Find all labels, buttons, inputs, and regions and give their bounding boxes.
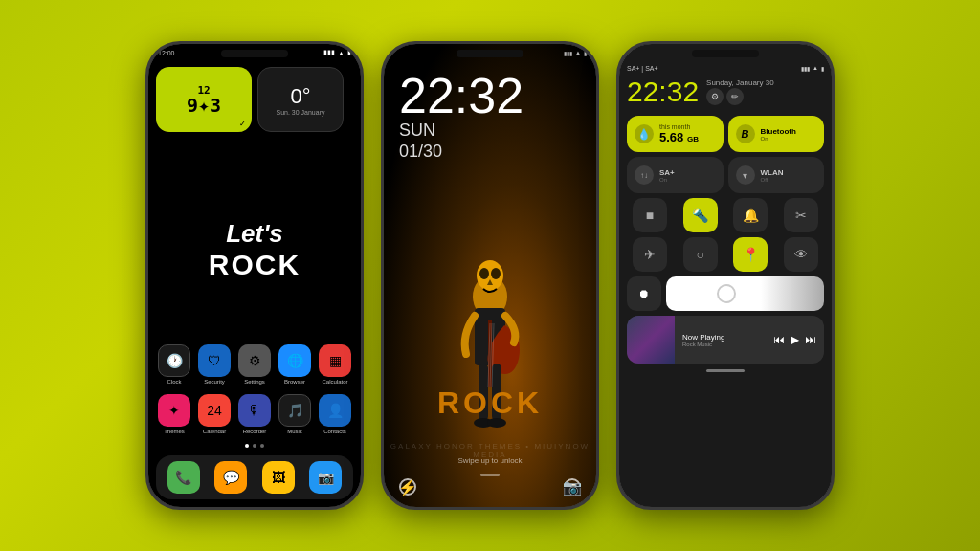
themes-icon: ✦ bbox=[158, 394, 190, 427]
signal-bars: ▮▮▮ bbox=[801, 65, 810, 72]
media-title: Now Playing bbox=[682, 333, 766, 342]
recorder-icon: 🎙 bbox=[238, 394, 271, 427]
edit-shortcut[interactable]: ✏ bbox=[726, 88, 744, 105]
music-icon: 🎵 bbox=[278, 394, 311, 427]
calendar-label: Calendar bbox=[203, 429, 226, 434]
album-art bbox=[627, 316, 675, 364]
right-wing: 🕊 bbox=[283, 199, 301, 219]
cc-buttons-row1: ■ 🔦 🔔 ✂ bbox=[627, 198, 824, 232]
cc-date-icons: Sunday, January 30 ⚙ ✏ bbox=[706, 78, 774, 105]
play-btn[interactable]: ▶ bbox=[791, 333, 799, 346]
app-grid-row2: ✦ Themes 24 Calendar 🎙 Recorder 🎵 Music … bbox=[156, 394, 353, 434]
svg-point-3 bbox=[491, 268, 501, 279]
media-player[interactable]: Now Playing Rock Music ⏮ ▶ ⏭ bbox=[627, 316, 824, 364]
phone-home: 12:00 ▮▮▮ ▲ ▮ 12 9✦3 ✓ 0° Sun. 30 bbox=[145, 41, 364, 510]
wifi-icon-cc: ▲ bbox=[813, 65, 818, 72]
cc-bottom-row: ⏺ bbox=[627, 276, 824, 311]
bt-info: Bluetooth On bbox=[761, 127, 796, 142]
data-icon: 💧 bbox=[635, 124, 654, 143]
svg-point-2 bbox=[479, 268, 489, 279]
data-month-label: this month bbox=[659, 123, 699, 130]
app-clock[interactable]: 🕐 Clock bbox=[156, 344, 192, 385]
lock-status-icons: ▮▮▮ ▲ ▮ bbox=[564, 50, 587, 56]
alarm-btn[interactable]: 🔔 bbox=[733, 198, 768, 232]
rock-text-label: ROCK bbox=[437, 386, 543, 421]
bluetooth-tile[interactable]: B Bluetooth On bbox=[728, 116, 825, 152]
record-btn[interactable]: ⏺ bbox=[627, 276, 661, 311]
cc-buttons-row2: ✈ ○ 📍 👁 bbox=[627, 237, 824, 272]
gallery-icon: 🖼 bbox=[262, 461, 295, 494]
sa-tile[interactable]: ↑↓ SA+ On bbox=[627, 157, 724, 193]
brightness-slider[interactable] bbox=[666, 276, 824, 311]
swipe-hint: Swipe up to unlock bbox=[457, 456, 522, 465]
browser-icon: 🌐 bbox=[278, 344, 311, 377]
app-settings[interactable]: ⚙ Settings bbox=[236, 344, 273, 385]
browser-label: Browser bbox=[284, 379, 305, 385]
settings-shortcut[interactable]: ⚙ bbox=[706, 88, 724, 105]
control-screen: SA+ | SA+ ▮▮▮ ▲ ▮ 22:32 Sunday, January … bbox=[619, 44, 832, 507]
dock-camera[interactable]: 📷 bbox=[304, 461, 348, 494]
lock-wifi: ▲ bbox=[575, 50, 581, 55]
settings-label: Settings bbox=[244, 379, 265, 385]
app-calculator[interactable]: ▦ Calculator bbox=[317, 344, 353, 385]
lets-rock-banner: 🕊 🕊 Let's ROCK bbox=[156, 140, 353, 344]
wlan-icon: ▾ bbox=[736, 165, 755, 185]
media-info: Now Playing Rock Music bbox=[675, 329, 773, 351]
cc-tiles: 💧 this month 5.68 GB B Bluetooth On bbox=[627, 116, 824, 193]
app-music[interactable]: 🎵 Music bbox=[277, 394, 313, 434]
phone-icon: 📞 bbox=[167, 461, 200, 494]
camera-icon: 📷 bbox=[309, 461, 342, 494]
screen-record-btn[interactable]: ■ bbox=[633, 198, 667, 232]
lock-time: 22:32 bbox=[399, 71, 581, 121]
control-content: SA+ | SA+ ▮▮▮ ▲ ▮ 22:32 Sunday, January … bbox=[619, 44, 832, 507]
sa-icon: ↑↓ bbox=[635, 165, 654, 185]
security-label: Security bbox=[204, 379, 225, 385]
app-contacts[interactable]: 👤 Contacts bbox=[317, 394, 353, 434]
dot-3 bbox=[260, 444, 264, 448]
circle-btn[interactable]: ○ bbox=[683, 237, 718, 272]
weather-date: Sun. 30 January bbox=[277, 109, 325, 116]
weather-widget[interactable]: 0° Sun. 30 January bbox=[257, 67, 344, 132]
flashlight-btn[interactable]: 🔦 bbox=[683, 198, 718, 232]
wings-decoration: 🕊 🕊 bbox=[209, 199, 301, 219]
app-security[interactable]: 🛡 Security bbox=[196, 344, 233, 385]
next-btn[interactable]: ⏭ bbox=[805, 333, 816, 346]
dock-gallery[interactable]: 🖼 bbox=[256, 461, 301, 494]
scissors-btn[interactable]: ✂ bbox=[784, 198, 818, 232]
signal-icon: ▮▮▮ bbox=[323, 49, 335, 56]
lock-day: SUN bbox=[399, 121, 581, 142]
torch-button[interactable]: ⚡ bbox=[399, 478, 416, 496]
calculator-label: Calculator bbox=[322, 379, 347, 385]
camera-shortcut[interactable]: 📷 bbox=[564, 478, 581, 496]
dot-2 bbox=[253, 444, 256, 448]
media-artist: Rock Music bbox=[682, 342, 766, 347]
themes-label: Themes bbox=[164, 429, 185, 434]
app-calendar[interactable]: 24 Calendar bbox=[196, 394, 233, 434]
app-browser[interactable]: 🌐 Browser bbox=[277, 344, 313, 385]
airplane-btn[interactable]: ✈ bbox=[633, 237, 667, 272]
cc-date: Sunday, January 30 bbox=[706, 78, 774, 87]
cc-provider: SA+ | SA+ bbox=[627, 65, 658, 72]
dock-phone[interactable]: 📞 bbox=[162, 461, 206, 494]
phone-lock: ▮▮▮ ▲ ▮ 22:32 SUN 01/30 bbox=[381, 41, 599, 510]
calculator-icon: ▦ bbox=[319, 344, 351, 377]
dot-1 bbox=[245, 444, 249, 448]
eye-btn[interactable]: 👁 bbox=[784, 237, 818, 272]
cc-header-icons: ▮▮▮ ▲ ▮ bbox=[801, 65, 824, 72]
clock-widget[interactable]: 12 9✦3 ✓ bbox=[156, 67, 252, 132]
data-value: 5.68 GB bbox=[659, 130, 699, 144]
data-tile[interactable]: 💧 this month 5.68 GB bbox=[627, 116, 724, 152]
cc-header: SA+ | SA+ ▮▮▮ ▲ ▮ bbox=[627, 65, 824, 72]
cc-time-row: 22:32 Sunday, January 30 ⚙ ✏ bbox=[627, 76, 824, 108]
app-dock: 📞 💬 🖼 📷 bbox=[156, 455, 353, 499]
lock-signal: ▮▮▮ bbox=[564, 50, 572, 56]
dock-messages[interactable]: 💬 bbox=[210, 461, 254, 494]
wlan-tile[interactable]: ▾ WLAN Off bbox=[728, 157, 825, 193]
wlan-label: WLAN bbox=[761, 168, 784, 177]
app-themes[interactable]: ✦ Themes bbox=[156, 394, 192, 434]
app-recorder[interactable]: 🎙 Recorder bbox=[236, 394, 273, 434]
recorder-label: Recorder bbox=[243, 429, 267, 434]
prev-btn[interactable]: ⏮ bbox=[773, 333, 785, 346]
location-btn[interactable]: 📍 bbox=[733, 237, 768, 272]
cc-action-icons: ⚙ ✏ bbox=[706, 88, 774, 105]
